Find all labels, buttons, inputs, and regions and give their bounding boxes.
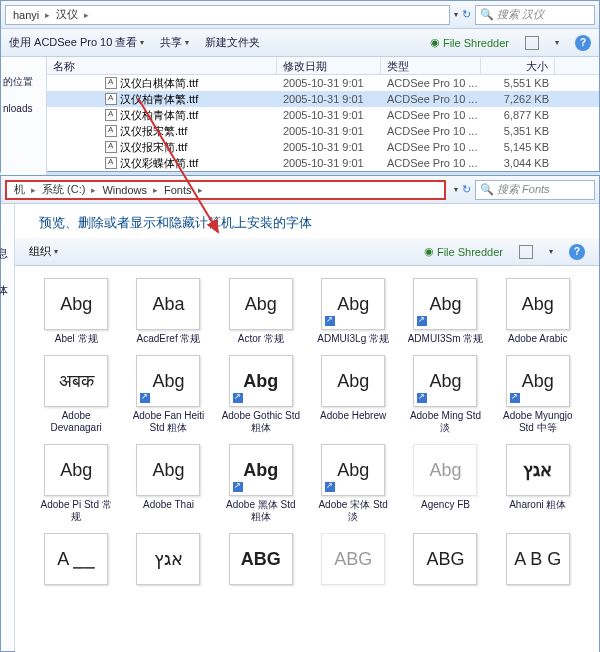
shortcut-icon <box>232 392 244 404</box>
font-name-label: AcadEref 常规 <box>137 333 201 345</box>
font-item[interactable]: AbgAdobe Ming Std 淡 <box>402 355 488 434</box>
new-folder-button[interactable]: 新建文件夹 <box>205 35 260 50</box>
font-item[interactable]: AbgADMUI3Lg 常规 <box>310 278 396 345</box>
table-row[interactable]: 汉仪报宋繁.ttf2005-10-31 9:01ACDSee Pro 10 ..… <box>47 123 599 139</box>
crumb[interactable]: Windows <box>99 183 150 197</box>
font-item[interactable]: AbgAdobe Thai <box>125 444 211 523</box>
dropdown-icon[interactable]: ▾ <box>454 185 458 194</box>
font-item[interactable]: AbgAdobe 黑体 Std 粗体 <box>218 444 304 523</box>
font-sample: Abg <box>60 460 92 481</box>
font-item[interactable]: ABG <box>218 533 304 588</box>
address-bar: hanyi ▸ 汉仪 ▸ ▾ ↻ 🔍 搜索 汉仪 <box>1 1 599 29</box>
crumb[interactable]: 机 <box>11 181 28 198</box>
crumb[interactable]: 汉仪 <box>53 6 81 23</box>
help-icon[interactable]: ? <box>569 244 585 260</box>
explorer-window-hanyi: hanyi ▸ 汉仪 ▸ ▾ ↻ 🔍 搜索 汉仪 使用 ACDSee Pro 1… <box>0 0 600 172</box>
font-item[interactable]: AbgAdobe Fan Heiti Std 粗体 <box>125 355 211 434</box>
font-name-label: Adobe 宋体 Std 淡 <box>313 499 393 523</box>
chevron-right-icon: ▸ <box>84 10 89 20</box>
font-sample: Abg <box>152 460 184 481</box>
font-sample: Abg <box>337 371 369 392</box>
table-row[interactable]: 汉仪白棋体简.ttf2005-10-31 9:01ACDSee Pro 10 .… <box>47 75 599 91</box>
shortcut-icon <box>416 315 428 327</box>
font-item[interactable]: AbaAcadEref 常规 <box>125 278 211 345</box>
font-name-label: Adobe Fan Heiti Std 粗体 <box>128 410 208 434</box>
font-grid: AbgAbel 常规AbaAcadEref 常规AbgActor 常规AbgAD… <box>15 266 599 600</box>
file-icon <box>105 77 117 89</box>
table-row[interactable]: 汉仪柏青体简.ttf2005-10-31 9:01ACDSee Pro 10 .… <box>47 107 599 123</box>
font-item[interactable]: अबकAdobe Devanagari <box>33 355 119 434</box>
font-sample: Abg <box>152 371 184 392</box>
font-name-label: ADMUI3Lg 常规 <box>317 333 389 345</box>
font-item[interactable]: AbgADMUI3Sm 常规 <box>402 278 488 345</box>
breadcrumb[interactable]: hanyi ▸ 汉仪 ▸ <box>5 5 450 25</box>
font-item[interactable]: ABG <box>310 533 396 588</box>
breadcrumb[interactable]: 机▸ 系统 (C:)▸ Windows▸ Fonts▸ <box>5 180 446 200</box>
search-input[interactable]: 🔍 搜索 Fonts <box>475 180 595 200</box>
font-item[interactable]: AbgAdobe 宋体 Std 淡 <box>310 444 396 523</box>
font-sample: אגץ <box>154 548 183 570</box>
organize-button[interactable]: 组织▾ <box>29 244 58 259</box>
font-name-label: Abel 常规 <box>55 333 98 345</box>
col-size[interactable]: 大小 <box>481 57 555 74</box>
font-sample: अबक <box>59 371 94 392</box>
table-row[interactable]: 汉仪报宋简.ttf2005-10-31 9:01ACDSee Pro 10 ..… <box>47 139 599 155</box>
column-headers: 名称 修改日期 类型 大小 <box>47 57 599 75</box>
font-sample: A B G <box>514 549 561 570</box>
refresh-icon[interactable]: ↻ <box>462 183 471 196</box>
font-item[interactable]: AbgAgency FB <box>402 444 488 523</box>
font-item[interactable]: אגץ <box>125 533 211 588</box>
font-sample: Abg <box>522 371 554 392</box>
shortcut-icon <box>509 392 521 404</box>
shortcut-icon <box>416 392 428 404</box>
view-icon[interactable] <box>519 245 533 259</box>
font-name-label: Aharoni 粗体 <box>509 499 566 511</box>
table-row[interactable]: 汉仪彩蝶体简.ttf2005-10-31 9:01ACDSee Pro 10 .… <box>47 155 599 171</box>
help-icon[interactable]: ? <box>575 35 591 51</box>
font-item[interactable]: AbgAdobe Gothic Std 粗体 <box>218 355 304 434</box>
toolbar: 使用 ACDSee Pro 10 查看▾ 共享▾ 新建文件夹 ◉ File Sh… <box>1 29 599 57</box>
font-sample: Abg <box>429 294 461 315</box>
font-item[interactable]: AbgActor 常规 <box>218 278 304 345</box>
crumb[interactable]: Fonts <box>161 183 195 197</box>
acdsee-button[interactable]: 使用 ACDSee Pro 10 查看▾ <box>9 35 144 50</box>
font-sample: Abg <box>337 460 369 481</box>
crumb[interactable]: hanyi <box>10 8 42 22</box>
font-item[interactable]: A ⎯⎯ <box>33 533 119 588</box>
font-item[interactable]: ABG <box>402 533 488 588</box>
font-item[interactable]: אגץAharoni 粗体 <box>495 444 581 523</box>
dropdown-icon[interactable]: ▾ <box>454 10 458 19</box>
font-name-label: Adobe Ming Std 淡 <box>405 410 485 434</box>
file-shredder-button[interactable]: ◉ File Shredder <box>424 245 503 258</box>
font-item[interactable]: AbgAbel 常规 <box>33 278 119 345</box>
font-name-label: Adobe Devanagari <box>36 410 116 434</box>
font-item[interactable]: AbgAdobe Hebrew <box>310 355 396 434</box>
font-item[interactable]: A B G <box>495 533 581 588</box>
refresh-icon[interactable]: ↻ <box>462 8 471 21</box>
font-sample: A ⎯⎯ <box>57 549 95 570</box>
font-name-label: Agency FB <box>421 499 470 511</box>
search-input[interactable]: 🔍 搜索 汉仪 <box>475 5 595 25</box>
font-name-label: Adobe Myungjo Std 中等 <box>498 410 578 434</box>
col-type[interactable]: 类型 <box>381 57 481 74</box>
font-sample: אגץ <box>523 459 552 481</box>
font-name-label: Adobe Pi Std 常规 <box>36 499 116 523</box>
col-name[interactable]: 名称 <box>47 57 277 74</box>
crumb[interactable]: 系统 (C:) <box>39 181 88 198</box>
font-item[interactable]: AbgAdobe Pi Std 常规 <box>33 444 119 523</box>
share-button[interactable]: 共享▾ <box>160 35 189 50</box>
toolbar: 组织▾ ◉ File Shredder ▾ ? <box>15 238 599 266</box>
font-sample: Abg <box>429 371 461 392</box>
font-item[interactable]: AbgAdobe Arabic <box>495 278 581 345</box>
search-icon: 🔍 <box>480 183 494 196</box>
table-row[interactable]: 汉仪柏青体繁.ttf2005-10-31 9:01ACDSee Pro 10 .… <box>47 91 599 107</box>
font-item[interactable]: AbgAdobe Myungjo Std 中等 <box>495 355 581 434</box>
file-icon <box>105 109 117 121</box>
view-icon[interactable] <box>525 36 539 50</box>
sidebar-fragment: 息 体 <box>1 204 15 651</box>
file-shredder-button[interactable]: ◉ File Shredder <box>430 36 509 49</box>
font-name-label: Adobe Hebrew <box>320 410 386 422</box>
col-date[interactable]: 修改日期 <box>277 57 381 74</box>
font-sample: ABG <box>426 549 464 570</box>
file-icon <box>105 93 117 105</box>
